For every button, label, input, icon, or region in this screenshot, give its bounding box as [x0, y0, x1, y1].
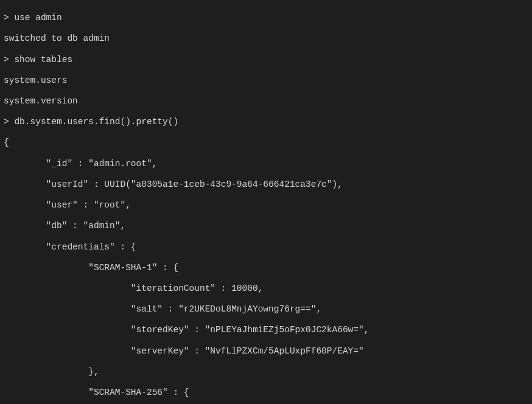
cmd-text: use admin [14, 13, 61, 23]
json-brace-open: { [4, 138, 528, 148]
json-field-id: "_id" : "admin.root", [4, 159, 528, 169]
json-field-user: "user" : "root", [4, 200, 528, 211]
json-field-db: "db" : "admin", [4, 221, 528, 231]
json-sha1-serverkey: "serverKey" : "NvfLlPZXCm/5ApLUxpFf60P/E… [4, 346, 528, 357]
cmd-line-use-admin: > use admin [4, 13, 528, 23]
json-sha256-open: "SCRAM-SHA-256" : { [4, 388, 528, 398]
prompt: > [4, 13, 14, 23]
terminal-output[interactable]: > use admin switched to db admin > show … [0, 0, 532, 404]
json-sha1-iter: "iterationCount" : 10000, [4, 284, 528, 294]
table-name: system.users [4, 75, 528, 86]
json-sha1-close: }, [4, 367, 528, 377]
cmd-line-show-tables: > show tables [4, 55, 528, 65]
json-sha1-salt: "salt" : "r2UKEDoL8MnjAYowng76rg==", [4, 304, 528, 315]
json-credentials-open: "credentials" : { [4, 242, 528, 252]
cmd-line-find: > db.system.users.find().pretty() [4, 117, 528, 127]
response-switched-db: switched to db admin [4, 33, 528, 44]
json-sha1-open: "SCRAM-SHA-1" : { [4, 263, 528, 273]
prompt: > [4, 55, 14, 64]
cmd-text: db.system.users.find().pretty() [14, 117, 178, 127]
prompt: > [4, 117, 14, 127]
json-sha1-storedkey: "storedKey" : "nPLEYaJhmiEZj5oFpx0JC2kA6… [4, 325, 528, 335]
json-field-userid: "userId" : UUID("a0305a1e-1ceb-43c9-9a64… [4, 179, 528, 190]
cmd-text: show tables [14, 55, 72, 64]
table-name: system.version [4, 96, 528, 106]
